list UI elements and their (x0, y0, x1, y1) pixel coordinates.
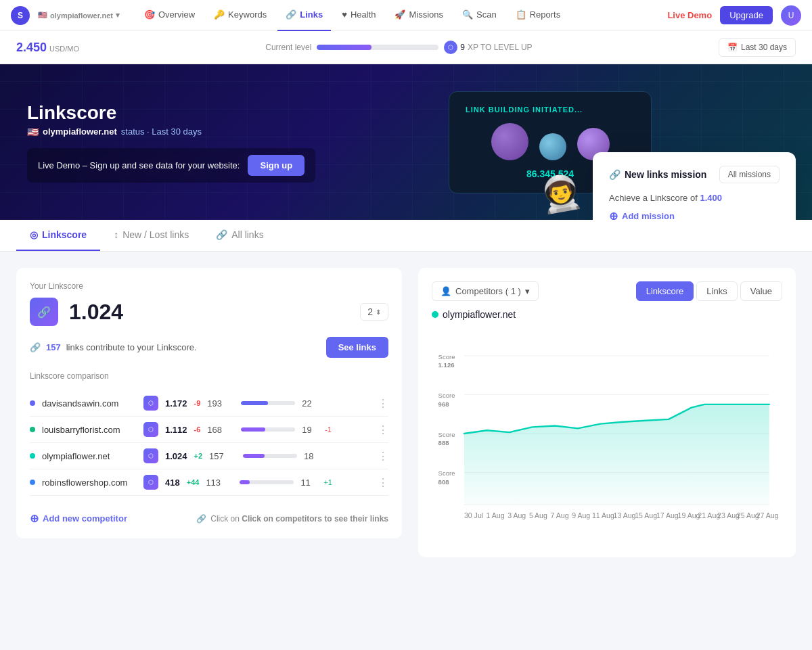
planet-1 (491, 123, 528, 160)
competitor-bar (241, 401, 295, 405)
competitor-domain: olympiaflower.net (42, 451, 137, 461)
health-icon: ♥ (342, 9, 347, 20)
top-bar: 2.450 USD/MO Current level ⬡ 9 XP TO LEV… (0, 31, 812, 64)
reports-icon: 📋 (516, 9, 526, 20)
competitor-dot (30, 427, 35, 432)
competitor-num: 18 (304, 451, 320, 461)
hero-demo-bar: Live Demo – Sign up and see data for you… (27, 148, 315, 183)
hero-content: Linkscore 🇺🇸 olympiaflower.net status · … (27, 102, 315, 183)
domain-name: olympiaflower.net (50, 11, 113, 20)
competitor-score: 418 (165, 478, 180, 488)
links-icon: 🔗 (286, 9, 296, 20)
hero-status: status · Last 30 days (121, 126, 202, 137)
nav-scan[interactable]: 🔍 Scan (454, 0, 505, 31)
overview-icon: 🎯 (144, 9, 155, 20)
tab-new-lost-links[interactable]: ↕ New / Lost links (100, 220, 202, 251)
svg-text:968: 968 (438, 400, 450, 408)
score-badge-icon: ⬡ (143, 396, 158, 411)
competitor-delta: +2 (194, 452, 203, 460)
competitors-dropdown-button[interactable]: 👤 Competitors ( 1 ) ▾ (432, 281, 539, 301)
scan-icon: 🔍 (462, 9, 473, 20)
competitor-extra: -1 (325, 425, 332, 434)
competitor-links: 113 (206, 478, 233, 488)
competitor-dot (30, 480, 35, 485)
competitor-delta: -6 (194, 425, 201, 434)
chart-domain-label: olympiaflower.net (432, 309, 782, 320)
mission-title: 🔗 New links mission (609, 169, 706, 180)
add-competitor-button[interactable]: ⊕ Add new competitor (30, 512, 127, 525)
competitor-bar (240, 480, 294, 484)
linkscore-tab-icon: ◎ (30, 229, 38, 240)
competitor-dot (30, 400, 35, 406)
hero-subtitle: 🇺🇸 olympiaflower.net status · Last 30 da… (27, 126, 315, 137)
user-avatar[interactable]: U (781, 5, 801, 26)
nav-missions[interactable]: 🚀 Missions (386, 0, 451, 31)
keywords-icon: 🔑 (214, 9, 225, 20)
table-row: davisandsawin.com ⬡ 1.172 -9 193 22 ⋮ (30, 390, 388, 417)
domain-selector[interactable]: 🇺🇸 olympiaflower.net ▾ (38, 11, 120, 20)
nav-overview[interactable]: 🎯 Overview (136, 0, 203, 31)
navbar: S 🇺🇸 olympiaflower.net ▾ 🎯 Overview 🔑 Ke… (0, 0, 812, 31)
competitor-links: 193 (207, 398, 234, 409)
links-count: 157 (46, 342, 61, 352)
number-stepper[interactable]: 2 ⬍ (360, 303, 388, 321)
competitor-delta: +44 (187, 478, 200, 486)
mission-card-header: 🔗 New links mission All missions (609, 166, 780, 183)
tab-linkscore[interactable]: ◎ Linkscore (16, 220, 100, 251)
linkscore-score: 1.024 (69, 300, 123, 325)
mission-achieve-text: Achieve a Linkscore of 1.400 (609, 193, 780, 203)
svg-text:9 Aug: 9 Aug (572, 511, 590, 519)
nav-health[interactable]: ♥ Health (334, 0, 384, 31)
hero-domain: olympiaflower.net (43, 126, 117, 137)
dropdown-arrow-icon: ▾ (525, 286, 530, 296)
more-options-button[interactable]: ⋮ (378, 397, 388, 410)
main-content: Your Linkscore 🔗 1.024 2 ⬍ 🔗 157 links c… (0, 252, 812, 584)
link-icon: 🔗 (609, 169, 621, 180)
svg-text:19 Aug: 19 Aug (678, 511, 700, 519)
link-icon: 🔗 (196, 514, 206, 524)
table-row: louisbarryflorist.com ⬡ 1.112 -6 168 19 … (30, 417, 388, 443)
flag-icon: 🇺🇸 (27, 126, 39, 137)
svg-text:3 Aug: 3 Aug (508, 511, 526, 519)
signup-button[interactable]: Sign up (248, 155, 304, 176)
upgrade-button[interactable]: Upgrade (720, 6, 773, 24)
more-options-button[interactable]: ⋮ (378, 450, 388, 463)
value-view-button[interactable]: Value (740, 281, 782, 301)
add-mission-button[interactable]: ⊕ Add mission (609, 210, 780, 220)
level-label: Current level (265, 43, 311, 52)
linkscore-view-button[interactable]: Linkscore (636, 281, 694, 301)
svg-text:27 Aug: 27 Aug (757, 511, 779, 519)
tab-all-links[interactable]: 🔗 All links (202, 220, 277, 251)
svg-text:Score: Score (438, 392, 455, 399)
svg-text:1.126: 1.126 (438, 361, 455, 369)
xp-number: 9 (460, 43, 465, 52)
left-panel: Your Linkscore 🔗 1.024 2 ⬍ 🔗 157 links c… (16, 268, 402, 568)
live-demo-label: Live Demo (667, 10, 712, 20)
chart-domain-name: olympiaflower.net (443, 309, 516, 320)
stepper-arrows: ⬍ (376, 308, 381, 316)
all-missions-button[interactable]: All missions (719, 166, 780, 183)
domain-indicator-dot (432, 311, 438, 318)
table-row: olympiaflower.net ⬡ 1.024 +2 157 18 ⋮ (30, 443, 388, 469)
see-links-button[interactable]: See links (326, 337, 388, 358)
svg-text:1 Aug: 1 Aug (487, 511, 505, 519)
calendar-icon: 📅 (727, 43, 738, 52)
links-text: links contribute to your Linkscore. (66, 342, 197, 352)
flag-icon: 🇺🇸 (38, 11, 47, 20)
link-small-icon: 🔗 (30, 342, 41, 352)
chart-header: 👤 Competitors ( 1 ) ▾ Linkscore Links Va… (432, 281, 782, 301)
level-section: Current level ⬡ 9 XP TO LEVEL UP (95, 41, 702, 54)
more-options-button[interactable]: ⋮ (378, 423, 388, 436)
mission-card: 🔗 New links mission All missions Achieve… (593, 152, 796, 220)
competitor-dot (30, 453, 35, 459)
competitor-domain: louisbarryflorist.com (42, 425, 137, 435)
nav-reports[interactable]: 📋 Reports (508, 0, 569, 31)
nav-keywords[interactable]: 🔑 Keywords (206, 0, 275, 31)
links-view-button[interactable]: Links (696, 281, 737, 301)
dropdown-icon: ▾ (116, 11, 120, 20)
view-toggle-buttons: Linkscore Links Value (636, 281, 782, 301)
nav-links[interactable]: 🔗 Links (277, 0, 331, 31)
date-range-button[interactable]: 📅 Last 30 days (719, 38, 796, 57)
more-options-button[interactable]: ⋮ (378, 476, 388, 489)
price-value: 2.450 (16, 41, 47, 54)
